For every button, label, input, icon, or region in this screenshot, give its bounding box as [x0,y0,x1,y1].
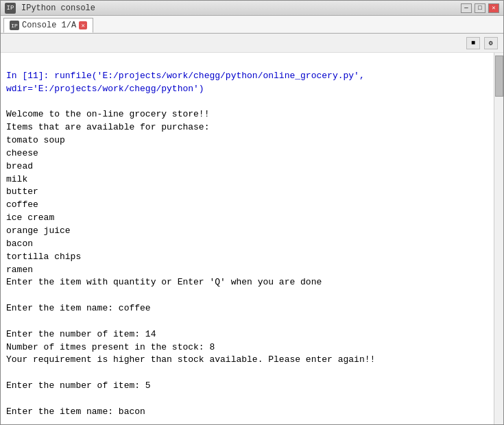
console-tab-icon: IP [10,21,19,30]
window-title: IPython console [21,3,95,13]
title-bar-controls: ─ □ ✕ [461,3,499,13]
console-area: In [11]: runfile('E:/projects/work/chegg… [1,53,503,424]
tab-close-button[interactable]: ✕ [79,21,87,29]
title-bar-left: IP IPython console [5,3,95,14]
scroll-thumb[interactable] [495,56,503,97]
console-output[interactable]: In [11]: runfile('E:/projects/work/chegg… [1,53,494,424]
toolbar-settings-button[interactable]: ⚙ [484,37,498,49]
tab-bar: IP Console 1/A ✕ [1,16,503,34]
run-command: In [11]: runfile('E:/projects/work/chegg… [6,71,370,94]
close-button[interactable]: ✕ [488,3,499,13]
title-bar: IP IPython console ─ □ ✕ [1,1,503,16]
maximize-button[interactable]: □ [475,3,485,13]
output-lines: Welcome to the on-line grocery store!! I… [6,109,375,424]
ipython-window: IP IPython console ─ □ ✕ IP Console 1/A … [0,0,504,425]
minimize-button[interactable]: ─ [461,3,472,13]
tab-label: Console 1/A [22,21,76,30]
console-tab[interactable]: IP Console 1/A ✕ [3,18,93,33]
toolbar: ■ ⚙ [1,34,503,53]
app-icon: IP [5,3,16,14]
scrollbar[interactable] [494,53,503,424]
toolbar-stop-button[interactable]: ■ [466,37,480,49]
